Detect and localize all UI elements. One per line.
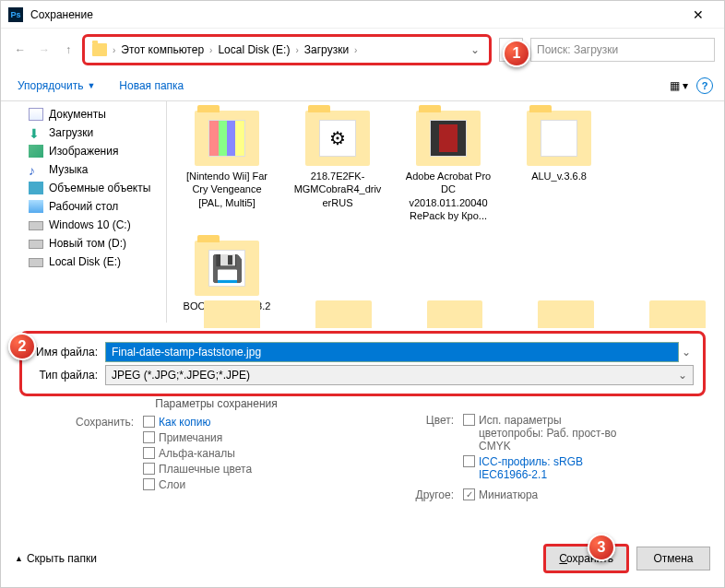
sidebar: Документы Загрузки Изображения Музыка Об…: [1, 101, 167, 323]
sidebar-item-drive-e[interactable]: Local Disk (E:): [1, 253, 166, 271]
new-folder-button[interactable]: Новая папка: [112, 76, 191, 96]
folder-icon[interactable]: [427, 300, 483, 328]
folder-icon: [92, 43, 107, 56]
folder-icon[interactable]: [315, 300, 372, 328]
layers-checkbox[interactable]: [143, 478, 155, 490]
notes-checkbox[interactable]: [143, 431, 155, 443]
help-button[interactable]: ?: [696, 77, 713, 94]
thumbnail-checkbox[interactable]: ✓: [463, 488, 475, 500]
filetype-select[interactable]: JPEG (*.JPG;*.JPEG;*.JPE) ⌄: [105, 365, 694, 385]
filetype-label: Тип файла:: [31, 369, 105, 382]
spot-checkbox[interactable]: [143, 463, 155, 475]
sidebar-item-drive-d[interactable]: Новый том (D:): [1, 234, 166, 253]
folder-icon: [527, 111, 591, 166]
folder-icon[interactable]: [204, 300, 260, 328]
chevron-right-icon: ›: [295, 45, 298, 55]
chevron-down-icon[interactable]: ⌄: [679, 346, 694, 359]
chevron-down-icon: ⌄: [678, 369, 687, 382]
filename-fields: Имя файла: ⌄ Тип файла: JPEG (*.JPG;*.JP…: [19, 331, 706, 396]
breadcrumb-root[interactable]: Этот компьютер: [117, 41, 208, 58]
documents-icon: [29, 108, 43, 121]
toolbar: Упорядочить ▼ Новая папка ▦ ▾ ?: [1, 71, 724, 101]
folder-icon[interactable]: [649, 300, 706, 328]
sidebar-item-images[interactable]: Изображения: [1, 142, 166, 160]
proof-checkbox[interactable]: [463, 414, 475, 426]
sidebar-item-music[interactable]: Музыка: [1, 160, 166, 179]
icc-checkbox[interactable]: [463, 455, 475, 467]
3d-icon: [29, 182, 43, 194]
chevron-right-icon: ›: [209, 45, 212, 55]
as-copy-checkbox[interactable]: [143, 416, 155, 428]
nav-row: ← → ↑ › Этот компьютер › Local Disk (E:)…: [1, 29, 724, 71]
folder-icon: [195, 111, 259, 166]
up-button[interactable]: ↑: [58, 40, 78, 60]
folder-item[interactable]: ⚙ 218.7E2FK-MGMCobraR4_driverRUS: [291, 111, 384, 222]
folder-item[interactable]: Adobe Acrobat Pro DC v2018.011.20040 ReP…: [402, 111, 494, 222]
options-title: Параметры сохранения: [56, 397, 376, 410]
save-options: Параметры сохранения Сохранить:Как копию…: [56, 397, 696, 504]
folder-icon: ⚙: [305, 111, 370, 166]
breadcrumb[interactable]: › Этот компьютер › Local Disk (E:) › Заг…: [82, 34, 492, 65]
organize-button[interactable]: Упорядочить ▼: [12, 76, 101, 96]
breadcrumb-dropdown[interactable]: ⌄: [465, 43, 485, 56]
drive-icon: [29, 221, 43, 230]
chevron-up-icon: ▲: [15, 554, 23, 563]
window-title: Сохранение: [30, 8, 680, 21]
chevron-down-icon: ▼: [87, 81, 95, 90]
sidebar-item-drive-c[interactable]: Windows 10 (C:): [1, 216, 166, 234]
folder-item[interactable]: ALU_v.3.6.8: [513, 111, 605, 222]
filename-label: Имя файла:: [31, 346, 105, 359]
folder-icon: [416, 111, 481, 166]
search-input[interactable]: Поиск: Загрузки: [530, 38, 715, 62]
save-dialog: Ps Сохранение ✕ ← → ↑ › Этот компьютер ›…: [0, 0, 725, 588]
folder-item[interactable]: [Nintendo Wii] Far Cry Vengeance [PAL, M…: [181, 111, 273, 222]
music-icon: [29, 163, 43, 176]
downloads-icon: [29, 126, 43, 139]
search-placeholder: Поиск: Загрузки: [537, 43, 618, 56]
forward-button[interactable]: →: [34, 40, 54, 60]
hide-folders-button[interactable]: ▲ Скрыть папки: [15, 552, 97, 565]
annotation-marker-3: 3: [588, 534, 615, 561]
close-button[interactable]: ✕: [680, 2, 717, 28]
photoshop-icon: Ps: [8, 7, 23, 22]
sidebar-item-desktop[interactable]: Рабочий стол: [1, 197, 166, 216]
breadcrumb-disk[interactable]: Local Disk (E:): [214, 41, 293, 58]
view-mode-button[interactable]: ▦ ▾: [667, 75, 691, 97]
file-list-row2: [193, 300, 706, 328]
alpha-checkbox[interactable]: [143, 447, 155, 459]
cancel-button[interactable]: Отмена: [636, 547, 710, 570]
filename-input[interactable]: [105, 342, 679, 362]
titlebar: Ps Сохранение ✕: [1, 1, 724, 29]
chevron-right-icon: ›: [113, 45, 115, 55]
breadcrumb-folder[interactable]: Загрузки: [301, 41, 352, 58]
file-list[interactable]: [Nintendo Wii] Far Cry Vengeance [PAL, M…: [167, 101, 724, 323]
back-button[interactable]: ←: [10, 40, 30, 60]
annotation-marker-1: 1: [503, 40, 530, 67]
images-icon: [29, 145, 43, 158]
sidebar-item-3d[interactable]: Объемные объекты: [1, 179, 166, 197]
folder-icon[interactable]: [538, 300, 594, 328]
annotation-marker-2: 2: [8, 333, 36, 360]
sidebar-item-downloads[interactable]: Загрузки: [1, 123, 166, 142]
body-area: Документы Загрузки Изображения Музыка Об…: [1, 101, 724, 323]
sidebar-item-documents[interactable]: Документы: [1, 105, 166, 123]
desktop-icon: [29, 200, 43, 213]
save-button[interactable]: Сохранить: [543, 544, 629, 573]
drive-icon: [29, 240, 43, 249]
chevron-right-icon: ›: [354, 45, 357, 55]
drive-icon: [29, 258, 43, 267]
folder-icon: 💾: [195, 241, 259, 296]
